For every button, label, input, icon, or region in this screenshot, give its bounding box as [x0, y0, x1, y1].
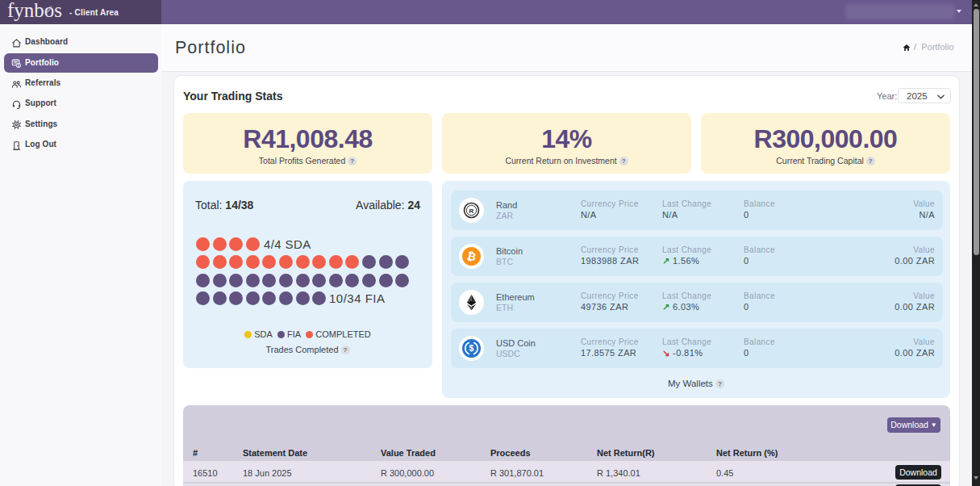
svg-text:$: $: [18, 64, 20, 68]
svg-text:$: $: [469, 343, 474, 353]
svg-text:R: R: [469, 207, 474, 215]
